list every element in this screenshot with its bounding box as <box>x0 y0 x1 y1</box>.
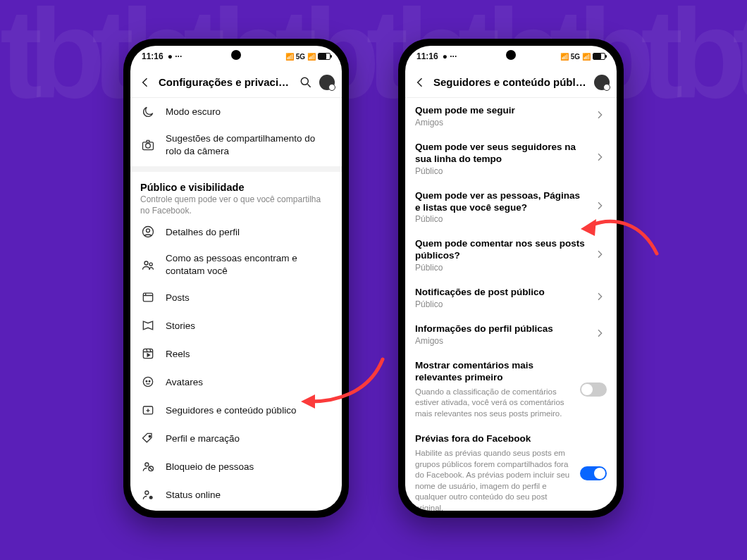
settings-item-label: Sugestões de compartilhamento do rolo da… <box>166 132 332 157</box>
setting-value: Público <box>415 299 587 309</box>
nav-bar: Seguidores e conteúdo público <box>405 67 617 98</box>
section-subtitle: Controle quem pode ver o que você compar… <box>140 194 332 216</box>
setting-nav-item[interactable]: Notificações de post público Público <box>405 280 617 316</box>
setting-title: Prévias fora do Facebook <box>415 433 573 445</box>
followers-icon <box>140 402 156 418</box>
user-circle-icon <box>140 224 156 239</box>
svg-point-6 <box>149 263 152 266</box>
status-signal: 📶 <box>560 53 569 61</box>
nav-bar: Configurações e privacida… <box>130 67 342 98</box>
settings-content: Modo escuro Sugestões de compartilhament… <box>130 98 342 511</box>
settings-item-label: Avatares <box>166 376 332 389</box>
status-dots: ● ··· <box>443 51 457 61</box>
svg-point-5 <box>144 261 148 265</box>
avatar[interactable] <box>594 75 610 90</box>
setting-nav-item[interactable]: Quem pode ver seus seguidores na sua lin… <box>405 135 617 183</box>
phone-camera <box>231 50 241 60</box>
back-button[interactable] <box>137 75 153 90</box>
svg-point-10 <box>146 381 147 382</box>
section-title: Público e visibilidade <box>140 182 332 193</box>
svg-rect-7 <box>143 294 152 302</box>
toggle-switch[interactable] <box>580 382 607 397</box>
status-signal: 📶 <box>285 53 294 61</box>
settings-item-label: Posts <box>166 292 332 304</box>
avatar-icon <box>140 374 156 390</box>
phone-right: 11:16 ● ··· 📶 5G 📶 Seguidores e conteúdo… <box>398 39 624 518</box>
settings-item-followers[interactable]: Seguidores e conteúdo público <box>130 396 342 424</box>
settings-item-block[interactable]: Bloqueio de pessoas <box>130 452 342 480</box>
setting-nav-item[interactable]: Quem pode me seguir Amigos <box>405 98 617 135</box>
setting-nav-item[interactable]: Informações do perfil públicas Amigos <box>405 316 617 353</box>
camera-icon <box>140 137 156 153</box>
status-network: 5G <box>296 53 305 61</box>
status-network: 5G <box>571 53 580 61</box>
settings-item-avatar[interactable]: Avatares <box>130 368 342 396</box>
setting-description: Quando a classificação de comentários es… <box>415 387 573 420</box>
settings-item-label: Status online <box>166 489 332 502</box>
book-icon <box>140 318 156 333</box>
setting-toggle-item: Prévias fora do Facebook Habilite as pré… <box>405 426 617 511</box>
status-wifi: 📶 <box>582 53 591 61</box>
settings-item-label: Bloqueio de pessoas <box>166 461 332 473</box>
chevron-right-icon <box>594 151 607 166</box>
settings-item-post[interactable]: Posts <box>130 283 342 311</box>
phone-left: 11:16 ● ··· 📶 5G 📶 Configurações e priva… <box>123 39 349 518</box>
search-icon[interactable] <box>298 75 314 90</box>
settings-item-moon[interactable]: Modo escuro <box>130 98 342 126</box>
status-time: 11:16 <box>416 51 438 61</box>
settings-item-tag[interactable]: Perfil e marcação <box>130 424 342 452</box>
status-icon <box>140 487 156 502</box>
setting-title: Quem pode ver seus seguidores na sua lin… <box>415 142 587 166</box>
svg-point-13 <box>149 436 151 438</box>
settings-item-camera[interactable]: Sugestões de compartilhamento do rolo da… <box>130 126 342 163</box>
phone-camera <box>506 50 516 60</box>
back-button[interactable] <box>412 75 428 90</box>
avatar[interactable] <box>319 75 335 90</box>
status-time: 11:16 <box>142 51 163 61</box>
tag-icon <box>140 430 156 446</box>
svg-point-9 <box>143 378 152 387</box>
setting-value: Público <box>415 166 587 176</box>
svg-point-11 <box>149 381 150 382</box>
settings-list: Quem pode me seguir Amigos Quem pode ver… <box>405 98 617 511</box>
setting-nav-item[interactable]: Quem pode ver as pessoas, Páginas e list… <box>405 183 617 232</box>
settings-item-book[interactable]: Stories <box>130 311 342 340</box>
settings-item-label: Stories <box>166 320 332 332</box>
section-visibility-header: Público e visibilidade Controle quem pod… <box>130 175 342 218</box>
svg-point-0 <box>301 77 308 85</box>
setting-description: Habilite as prévias quando seus posts em… <box>415 448 573 511</box>
toggle-switch[interactable] <box>580 466 607 480</box>
chevron-right-icon <box>594 109 607 123</box>
setting-nav-item[interactable]: Quem pode comentar nos seus posts públic… <box>405 231 617 280</box>
status-wifi: 📶 <box>307 53 316 61</box>
svg-point-16 <box>145 491 149 494</box>
setting-title: Quem pode ver as pessoas, Páginas e list… <box>415 190 587 214</box>
settings-item-label: Perfil e marcação <box>166 433 332 445</box>
chevron-right-icon <box>594 249 607 263</box>
setting-toggle-item: Mostrar comentários mais relevantes prim… <box>405 353 617 426</box>
settings-item-user-circle[interactable]: Detalhes do perfil <box>130 218 342 246</box>
settings-item-reels[interactable]: Reels <box>130 340 342 368</box>
setting-title: Notificações de post público <box>415 287 587 299</box>
chevron-right-icon <box>594 328 607 342</box>
settings-item-label: Modo escuro <box>166 106 332 118</box>
settings-item-label: Reels <box>166 348 332 361</box>
moon-icon <box>140 104 156 120</box>
setting-title: Quem pode me seguir <box>415 105 587 117</box>
settings-item-users[interactable]: Como as pessoas encontram e contatam voc… <box>130 246 342 283</box>
svg-point-17 <box>149 496 153 499</box>
post-icon <box>140 290 156 305</box>
reels-icon <box>140 346 156 361</box>
block-icon <box>140 459 156 474</box>
svg-point-14 <box>145 463 149 466</box>
setting-value: Amigos <box>415 118 587 127</box>
users-icon <box>140 257 156 273</box>
section-separator <box>130 166 342 172</box>
setting-title: Mostrar comentários mais relevantes prim… <box>415 360 573 384</box>
settings-item-status[interactable]: Status online <box>130 480 342 509</box>
page-title: Configurações e privacida… <box>159 76 292 88</box>
settings-item-label: Seguidores e conteúdo público <box>166 404 332 417</box>
setting-title: Quem pode comentar nos seus posts públic… <box>415 238 587 262</box>
setting-value: Público <box>415 263 587 273</box>
setting-title: Informações do perfil públicas <box>415 323 587 335</box>
